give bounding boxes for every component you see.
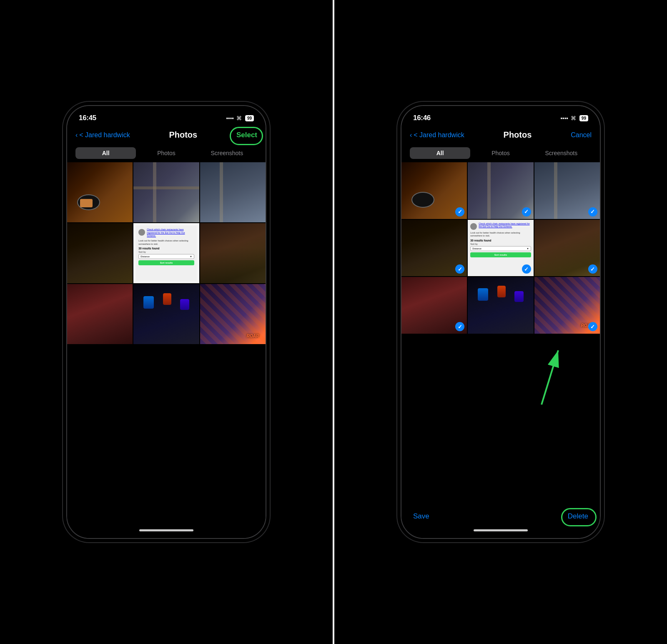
photo-cell-r8[interactable] [468, 277, 533, 334]
green-arrow-svg [517, 342, 567, 409]
photo-cell-9[interactable]: ROAR [200, 284, 266, 344]
photo-cell-r1[interactable]: ✓ [401, 162, 467, 219]
battery-right: 99 [579, 115, 588, 121]
photo-cell-5[interactable]: Check which chain restaurants have regis… [133, 223, 199, 283]
back-button-right[interactable]: ‹ < Jared hardwick [410, 131, 464, 139]
tab-screenshots-right[interactable]: Screenshots [531, 147, 592, 159]
tab-screenshots-left[interactable]: Screenshots [197, 147, 257, 159]
photo-cell-8[interactable] [133, 284, 199, 344]
photo-cell-6[interactable] [200, 223, 266, 283]
time-right: 16:46 [413, 114, 431, 122]
photo-cell-2[interactable] [133, 162, 199, 222]
photo-cell-r5[interactable]: Check which chain restaurants have regis… [468, 220, 533, 277]
filter-bar-right: All Photos Screenshots [401, 144, 600, 162]
photo-cell-7[interactable] [67, 284, 133, 344]
nav-bar-right: ‹ < Jared hardwick Photos Cancel [401, 127, 600, 144]
wifi-icon-right: ⌘ [571, 115, 576, 121]
nav-title-left: Photos [169, 130, 197, 140]
phone-left-wrapper: 16:45 ▪▪▪▪ ⌘ 99 ‹ < Jared hardwick Photo… [0, 0, 333, 644]
photo-cell-r7[interactable]: ✓ [401, 277, 467, 334]
bottom-area-left [67, 344, 266, 526]
check-r1: ✓ [455, 207, 464, 216]
photo-cell-r9[interactable]: ROAR ✓ [534, 277, 600, 334]
phone-right-wrapper: 16:46 ▪▪▪▪ ⌘ 99 ‹ < Jared hardwick Photo… [334, 0, 667, 644]
check-r5: ✓ [522, 264, 531, 274]
back-button-left[interactable]: ‹ < Jared hardwick [75, 131, 130, 139]
photo-cell-r6[interactable]: ✓ [534, 220, 600, 277]
photo-grid-right: ✓ ✓ ✓ [401, 162, 600, 334]
photo-cell-3[interactable] [200, 162, 266, 222]
photo-grid-left: Check which chain restaurants have regis… [67, 162, 266, 344]
cancel-button-right[interactable]: Cancel [571, 131, 592, 139]
home-indicator-right [401, 526, 600, 538]
home-indicator-left [67, 526, 266, 538]
time-left: 16:45 [79, 114, 96, 122]
svg-line-1 [542, 350, 558, 405]
photo-cell-1[interactable] [67, 162, 133, 222]
battery-left: 99 [245, 115, 254, 121]
delete-button-right[interactable]: Delete [568, 512, 588, 520]
photo-cell-r3[interactable]: ✓ [534, 162, 600, 219]
wifi-icon-left: ⌘ [236, 115, 242, 121]
nav-bar-left: ‹ < Jared hardwick Photos Select [67, 127, 266, 144]
signal-icon-right: ▪▪▪▪ [560, 115, 568, 121]
back-label-right: < Jared hardwick [414, 131, 464, 139]
phone-notch-left [137, 106, 196, 121]
nav-title-right: Photos [504, 130, 532, 140]
photo-cell-r2[interactable]: ✓ [468, 162, 533, 219]
tab-photos-right[interactable]: Photos [470, 147, 531, 159]
check-r9: ✓ [588, 322, 597, 331]
bottom-bar-right: Save Delete [401, 505, 600, 526]
save-button-right[interactable]: Save [413, 512, 429, 521]
check-r2: ✓ [522, 207, 531, 216]
photo-cell-4[interactable] [67, 223, 133, 283]
chevron-left-icon-right: ‹ [410, 131, 412, 139]
tab-photos-left[interactable]: Photos [136, 147, 196, 159]
tab-all-left[interactable]: All [75, 147, 136, 159]
back-label-left: < Jared hardwick [79, 131, 130, 139]
chevron-left-icon-left: ‹ [75, 131, 78, 139]
status-icons-right: ▪▪▪▪ ⌘ 99 [560, 115, 588, 121]
phone-right: 16:46 ▪▪▪▪ ⌘ 99 ‹ < Jared hardwick Photo… [401, 105, 601, 539]
home-bar-right [474, 529, 528, 531]
check-r3: ✓ [588, 207, 597, 216]
main-container: 16:45 ▪▪▪▪ ⌘ 99 ‹ < Jared hardwick Photo… [0, 0, 667, 644]
screen-left: 16:45 ▪▪▪▪ ⌘ 99 ‹ < Jared hardwick Photo… [67, 106, 266, 538]
status-icons-left: ▪▪▪▪ ⌘ 99 [226, 115, 254, 121]
screen-right: 16:46 ▪▪▪▪ ⌘ 99 ‹ < Jared hardwick Photo… [401, 106, 600, 538]
bottom-area-right [401, 334, 600, 505]
tab-all-right[interactable]: All [410, 147, 470, 159]
select-button-left[interactable]: Select [236, 131, 257, 139]
phone-notch-right [471, 106, 530, 121]
filter-bar-left: All Photos Screenshots [67, 144, 266, 162]
signal-icon-left: ▪▪▪▪ [226, 115, 233, 121]
photo-cell-r4[interactable]: ✓ [401, 220, 467, 277]
phone-left: 16:45 ▪▪▪▪ ⌘ 99 ‹ < Jared hardwick Photo… [66, 105, 266, 539]
home-bar-left [139, 529, 193, 531]
